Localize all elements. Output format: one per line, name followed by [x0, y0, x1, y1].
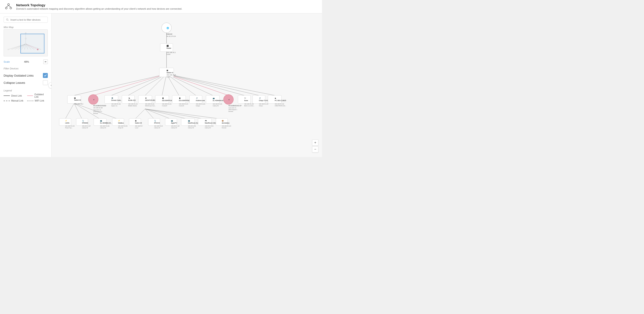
ipexc8-node: 📡 IPEXC8 192.168.43.20 Liberty AV: [148, 118, 163, 128]
svg-line-6: [8, 20, 8, 21]
page-title: Network Topology: [16, 3, 182, 7]
domotz-conf-node: 💻 Domotz Confe... 192.168.43.182 Apple, …: [104, 96, 122, 107]
svg-rect-156: [148, 118, 160, 126]
svg-rect-146: [112, 118, 124, 126]
legend-outdated: Outdated Link: [27, 93, 48, 98]
svg-text:Liberty AV: Liberty AV: [82, 127, 88, 128]
svg-text:DL-HDM44A-H2...: DL-HDM44A-H2...: [213, 100, 224, 101]
svg-text:192.168.43.181: 192.168.43.181: [145, 103, 154, 105]
svg-text:PC-300-C13025: PC-300-C13025: [275, 100, 286, 101]
svg-text:192.168.43.187: 192.168.43.187: [179, 103, 188, 105]
mainroom-sony-node: 📺 MainRoom-Sony 169.294.2.86 Liberty AV: [181, 118, 200, 128]
svg-text:⚡: ⚡: [118, 120, 120, 122]
filter-section: Filter Devices Display Outdated Links Co…: [4, 67, 48, 85]
svg-line-29: [111, 74, 166, 95]
svg-text:d: d: [93, 99, 94, 101]
display-outdated-label: Display Outdated Links: [4, 74, 34, 77]
svg-line-32: [162, 74, 166, 95]
svg-text:2019 August 3: 2019 August 3: [93, 111, 102, 112]
svg-text:192.168.43.125: 192.168.43.125: [128, 103, 138, 105]
zoom-in-button[interactable]: +: [312, 139, 318, 146]
minimap[interactable]: [4, 30, 48, 56]
svg-text:Domotz Confe...: Domotz Confe...: [111, 100, 122, 101]
zoom-out-button[interactable]: −: [312, 146, 318, 153]
sidebar: Mini Map: [0, 14, 52, 157]
scale-row: Scale 48%: [4, 60, 48, 64]
svg-text:📦: 📦: [222, 120, 224, 122]
svg-line-34: [166, 74, 196, 95]
svg-line-44: [135, 109, 145, 119]
network-canvas[interactable]: 🌐 Internet 24.10.174.14 ⬛ Router 192.168…: [52, 14, 322, 157]
sidebar-collapse-button[interactable]: [48, 82, 52, 89]
svg-text:📺: 📺: [213, 97, 215, 99]
svg-text:Liberty AV: Liberty AV: [205, 127, 211, 128]
svg-text:192.168.43.160: 192.168.43.160: [196, 103, 205, 105]
svg-text:192.168.43.x: 192.168.43.x: [74, 103, 83, 105]
svg-text:🎵: 🎵: [196, 97, 198, 99]
svg-text:Merit Li-Lin Ent...: Merit Li-Lin Ent...: [244, 105, 255, 107]
svg-text:None: None: [244, 100, 248, 101]
svg-text:192.168.43.7: 192.168.43.7: [135, 125, 143, 127]
wifi-line-icon: [27, 101, 34, 101]
bcm000-node: 📱 bcm-000FFF500... 192.168.43.187 Contro…: [172, 96, 191, 107]
svg-text:192.168.43.159: 192.168.43.159: [275, 103, 284, 105]
legend-wifi-label: WIFI Link: [35, 100, 44, 102]
search-input[interactable]: [10, 19, 45, 21]
legend-wifi: WIFI Link: [27, 100, 48, 102]
search-box[interactable]: [4, 17, 48, 23]
svg-text:🛡: 🛡: [244, 98, 246, 99]
svg-text:192.168.43.20: 192.168.43.20: [154, 125, 163, 127]
svg-text:d: d: [228, 99, 229, 101]
svg-text:Last seen on: Last seen on: [228, 107, 236, 109]
dlhdm1-node: 📺 DL-HDM44A-H2... 192.168.43.106 Liberty…: [206, 96, 224, 107]
svg-text:192.168.43.136: 192.168.43.136: [244, 103, 254, 105]
svg-text:24.10.174.14: 24.10.174.14: [166, 36, 176, 37]
svg-text:EliteGroup Com...: EliteGroup Com...: [145, 105, 156, 107]
legend-label: Legend: [4, 89, 48, 92]
switch1-node: ▦ Switch #1 192.168.43.5 Luxul: [159, 68, 176, 78]
svg-text:📺: 📺: [100, 120, 102, 122]
svg-line-27: [74, 74, 166, 95]
svg-text:🔌: 🔌: [128, 97, 130, 99]
svg-text:Switch #2: Switch #2: [74, 99, 81, 101]
legend-manual-label: Manual Link: [11, 100, 23, 102]
chevron-left-icon: [50, 84, 52, 87]
internet-node: 🌐 Internet 24.10.174.14: [162, 23, 176, 37]
manual-line-icon: [4, 101, 10, 101]
svg-text:FD:23:B9:E3:0C:CF: FD:23:B9:E3:0C:CF: [228, 105, 242, 107]
svg-text:192.168.43.5: 192.168.43.5: [166, 74, 176, 76]
wattbox-node: ⚡ Wattbox 192.168.43.156 Snap AV: [112, 118, 128, 128]
svg-text:📡: 📡: [154, 120, 156, 122]
svg-text:IPE5000: IPE5000: [82, 122, 88, 124]
svg-text:Router: Router: [166, 47, 172, 49]
svg-text:▦: ▦: [135, 120, 137, 122]
svg-text:192.168.43.193: 192.168.43.193: [100, 125, 110, 127]
legend-direct-label: Direct Link: [11, 95, 22, 97]
minimap-viewport: [20, 34, 44, 54]
svg-text:RLNK-215: RLNK-215: [128, 100, 136, 101]
legend-section: Legend Direct Link Outdated Link Manual …: [4, 89, 48, 102]
legend-manual: Manual Link: [4, 100, 24, 102]
svg-text:Snap AV: Snap AV: [118, 127, 123, 128]
collapse-leaves-checkbox[interactable]: [43, 80, 48, 85]
svg-text:DL-HDM88A-H2...: DL-HDM88A-H2...: [100, 122, 112, 124]
scale-reset-button[interactable]: [43, 60, 48, 64]
svg-line-4: [8, 6, 11, 7]
svg-rect-126: [268, 96, 282, 104]
page-subtitle: Domotz's automated network mapping and d…: [16, 8, 182, 10]
ipe5000-node: 📡 IPE5000 169.254.2.197 Liberty AV: [76, 118, 91, 128]
svg-text:📺: 📺: [171, 120, 173, 122]
svg-text:Liberty AV: Liberty AV: [154, 127, 160, 128]
svg-text:▦: ▦: [166, 69, 168, 71]
svg-text:Last seen on: Last seen on: [93, 109, 101, 111]
svg-text:🖥: 🖥: [145, 97, 147, 99]
display-outdated-checkbox[interactable]: [43, 73, 48, 78]
svg-text:Domotz: Domotz: [228, 111, 233, 112]
checkmark-icon: [44, 74, 47, 77]
svg-text:AppleTV: AppleTV: [171, 122, 177, 124]
switch3-node: ▦ Switch #3 192.168.43.7 Luxul: [129, 118, 143, 128]
svg-line-28: [93, 74, 166, 95]
svg-text:Wattbox: Wattbox: [118, 122, 124, 124]
svg-text:169.254.2.197: 169.254.2.197: [82, 125, 91, 127]
svg-rect-131: [59, 118, 71, 126]
